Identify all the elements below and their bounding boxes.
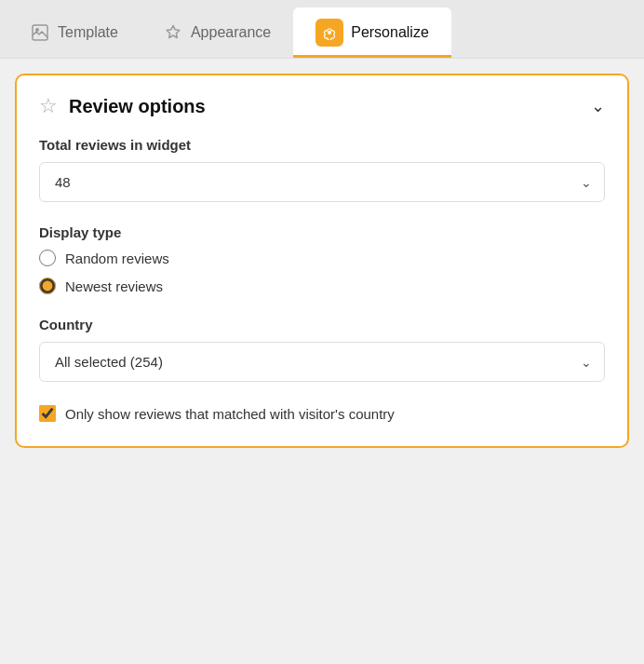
- visitor-country-checkbox-text: Only show reviews that matched with visi…: [65, 404, 395, 424]
- card-header-left: ☆ Review options: [39, 94, 206, 118]
- country-select-wrapper: All selected (254) ⌄: [39, 342, 605, 382]
- main-content: ☆ Review options ⌄ Total reviews in widg…: [0, 59, 644, 463]
- review-options-card: ☆ Review options ⌄ Total reviews in widg…: [15, 74, 629, 448]
- radio-random-label: Random reviews: [65, 251, 169, 266]
- card-header: ☆ Review options ⌄: [39, 94, 605, 118]
- tab-template-label: Template: [58, 24, 118, 41]
- display-type-label: Display type: [39, 224, 605, 240]
- total-reviews-select-wrapper: 48 24 12 6 ⌄: [39, 162, 605, 202]
- gear-icon: [315, 19, 343, 47]
- country-label: Country: [39, 317, 605, 332]
- display-type-radio-group: Random reviews Newest reviews: [39, 250, 605, 294]
- image-icon: [30, 22, 50, 43]
- total-reviews-label: Total reviews in widget: [39, 137, 605, 153]
- tab-bar: Template Appearance Personalize: [0, 0, 644, 59]
- radio-random-reviews[interactable]: Random reviews: [39, 250, 605, 266]
- country-select[interactable]: All selected (254): [39, 342, 605, 382]
- total-reviews-select[interactable]: 48 24 12 6: [39, 162, 605, 202]
- radio-random-input[interactable]: [39, 250, 56, 266]
- radio-newest-label: Newest reviews: [65, 278, 163, 294]
- tab-appearance[interactable]: Appearance: [141, 7, 293, 58]
- tab-personalize[interactable]: Personalize: [293, 7, 451, 58]
- visitor-country-checkbox-label[interactable]: Only show reviews that matched with visi…: [39, 404, 605, 424]
- radio-newest-input[interactable]: [39, 278, 56, 294]
- radio-newest-reviews[interactable]: Newest reviews: [39, 278, 605, 294]
- visitor-country-checkbox[interactable]: [39, 405, 56, 422]
- card-star-icon: ☆: [39, 94, 58, 118]
- card-title: Review options: [69, 96, 206, 117]
- star-outline-icon: [163, 22, 183, 43]
- tab-appearance-label: Appearance: [191, 24, 271, 41]
- tab-personalize-label: Personalize: [351, 24, 429, 41]
- tab-template[interactable]: Template: [7, 7, 141, 58]
- chevron-down-icon[interactable]: ⌄: [591, 96, 605, 116]
